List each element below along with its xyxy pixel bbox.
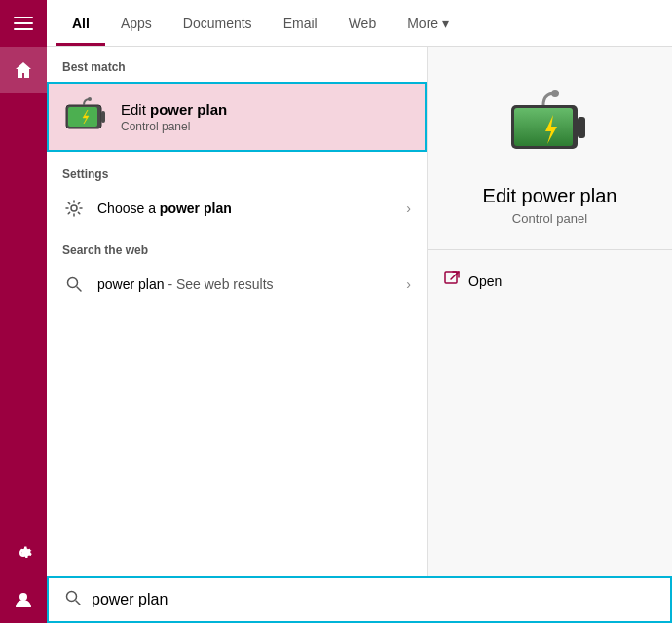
settings-item-power-plan[interactable]: Choose a power plan › — [47, 187, 427, 230]
hamburger-button[interactable] — [0, 0, 47, 47]
svg-point-8 — [71, 205, 77, 211]
svg-rect-2 — [14, 28, 33, 30]
svg-rect-1 — [14, 22, 33, 24]
web-chevron-right-icon: › — [406, 276, 411, 292]
home-button[interactable] — [0, 47, 47, 93]
web-search-item[interactable]: power plan - See web results › — [47, 263, 427, 306]
svg-rect-5 — [101, 111, 105, 123]
search-bar-text[interactable]: power plan — [92, 591, 168, 608]
tab-all[interactable]: All — [56, 2, 105, 45]
open-icon — [443, 270, 461, 292]
svg-point-7 — [88, 97, 92, 101]
web-search-item-label: power plan - See web results — [97, 276, 274, 292]
svg-point-13 — [551, 90, 559, 97]
search-web-icon — [62, 273, 86, 296]
best-match-title-bold: power plan — [150, 101, 227, 118]
svg-rect-14 — [445, 272, 457, 283]
chevron-right-icon: › — [406, 201, 411, 216]
results-area: Best match — [47, 47, 672, 576]
right-panel-title: Edit power plan — [483, 185, 617, 207]
best-match-label: Best match — [47, 47, 427, 80]
tab-email[interactable]: Email — [268, 2, 333, 45]
open-label: Open — [468, 274, 502, 289]
left-panel: Best match — [47, 47, 427, 576]
main-content: All Apps Documents Email Web More ▾ Best… — [47, 0, 672, 623]
right-panel-divider — [428, 249, 672, 250]
search-bar-icon — [64, 589, 82, 610]
svg-rect-11 — [578, 117, 585, 138]
right-panel: Edit power plan Control panel Open — [427, 47, 672, 576]
settings-button[interactable] — [0, 530, 47, 576]
tab-more[interactable]: More ▾ — [392, 2, 465, 45]
settings-item-left: Choose a power plan — [62, 197, 232, 220]
tab-documents[interactable]: Documents — [168, 2, 268, 45]
top-nav: All Apps Documents Email Web More ▾ — [47, 0, 672, 47]
svg-rect-6 — [68, 107, 97, 127]
svg-rect-12 — [514, 108, 573, 146]
right-panel-subtitle: Control panel — [512, 211, 587, 226]
settings-label: Settings — [47, 154, 427, 187]
settings-gear-icon — [62, 197, 86, 220]
best-match-text: Edit power plan Control panel — [121, 101, 227, 133]
user-button[interactable] — [0, 576, 47, 623]
settings-item-label: Choose a power plan — [97, 201, 232, 216]
best-match-subtitle: Control panel — [121, 120, 227, 133]
tab-apps[interactable]: Apps — [105, 2, 168, 45]
open-button[interactable]: Open — [428, 266, 672, 296]
sidebar — [0, 0, 47, 623]
tab-web[interactable]: Web — [333, 2, 392, 45]
best-match-title: Edit power plan — [121, 101, 227, 118]
svg-point-9 — [68, 278, 78, 288]
svg-point-3 — [19, 593, 27, 601]
best-match-item[interactable]: Edit power plan Control panel — [47, 82, 427, 152]
right-panel-app-icon — [506, 86, 594, 173]
web-item-left: power plan - See web results — [62, 273, 274, 296]
web-search-label: Search the web — [47, 230, 427, 263]
svg-rect-0 — [14, 17, 33, 18]
power-plan-icon — [62, 93, 109, 140]
search-bar: power plan — [47, 576, 672, 623]
svg-point-15 — [67, 592, 77, 602]
